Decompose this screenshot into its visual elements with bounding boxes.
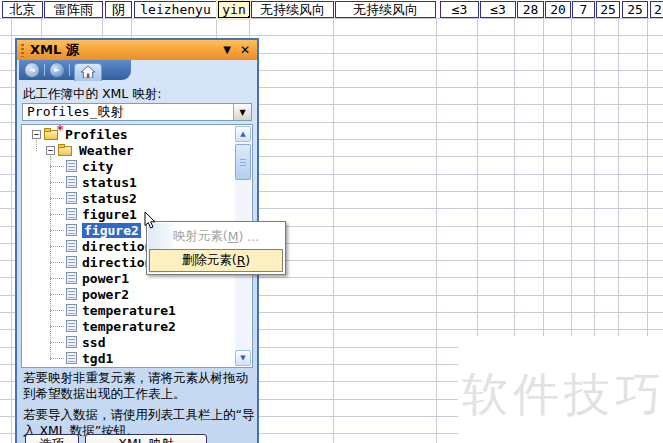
context-menu: 映射元素(M) ...删除元素(R) [146,221,286,275]
folder-icon: * [44,128,60,140]
toolbar-separator [69,64,70,76]
tree-connector [50,262,64,263]
xml-maps-button[interactable]: XML 映射 [85,434,207,443]
element-icon [66,208,77,220]
tree-connector [50,358,64,359]
mapped-cell[interactable]: 阴 [105,1,132,18]
tree-item-temperature2[interactable]: temperature2 [22,318,234,334]
forward-icon[interactable]: ► [49,62,65,78]
tree-connector [50,198,64,199]
element-icon [66,352,77,364]
tree-item-ssd[interactable]: ssd [22,334,234,350]
element-icon [66,176,77,188]
mapped-cell[interactable]: 25 [596,1,620,18]
tree-item-label: temperature1 [82,303,176,318]
xml-map-dropdown[interactable]: Profiles_映射 ▼ [22,103,252,121]
mapped-cell[interactable]: 20 [545,1,571,18]
folder-icon [58,144,74,156]
tree-connector [50,310,64,311]
tree-item-status1[interactable]: status1 [22,174,234,190]
tree-item-label: city [82,159,113,174]
mapped-cell[interactable]: leizhenyu [134,1,217,18]
element-icon [66,224,77,236]
tree-connector [50,278,64,279]
element-icon [66,336,77,348]
close-icon[interactable]: ✕ [240,45,250,55]
dropdown-arrow-icon[interactable]: ▼ [233,104,251,120]
mapped-cell[interactable]: 雷阵雨 [44,1,103,18]
element-icon [66,192,77,204]
tree-connector [50,230,64,231]
gridline [333,18,334,443]
tree-item-power2[interactable]: power2 [22,286,234,302]
mapped-cell[interactable]: 25 [622,1,648,18]
back-icon[interactable]: ◄ [24,62,40,78]
tree-item-label: Weather [79,143,134,158]
mapped-cell[interactable]: 7 [572,1,595,18]
collapse-icon[interactable]: − [32,130,41,139]
drag-grip-icon[interactable] [21,44,24,57]
excel-screenshot: { "sheet": { "row1_cells": [ {"text":"北京… [0,0,663,443]
scrollbar-thumb[interactable] [235,144,251,180]
tree-connector [50,166,64,167]
active-cell[interactable]: yin [218,1,250,18]
element-icon [66,160,77,172]
menu-item-label: 映射元素( [173,228,228,245]
tree-item-label: ssd [82,335,105,350]
pane-menu-chevron-icon[interactable]: ▼ [223,45,231,55]
scroll-up-icon[interactable]: ▲ [235,126,251,142]
mapped-cell[interactable]: 28 [517,1,544,18]
home-icon [81,66,95,78]
tree-item-status2[interactable]: status2 [22,190,234,206]
tree-item-tgd1[interactable]: tgd1 [22,350,234,366]
tree-item-Profiles[interactable]: −*Profiles [22,126,234,142]
tree-item-Weather[interactable]: −Weather [22,142,234,158]
mapped-cell[interactable]: 无持续风向 [335,1,436,18]
hint-drag-elements: 若要映射非重复元素，请将元素从树拖动到希望数据出现的工作表上。 [23,370,255,402]
tree-item-label: status2 [82,191,137,206]
element-icon [66,272,77,284]
collapse-icon[interactable]: − [46,146,55,155]
element-icon [66,288,77,300]
mapped-cell[interactable]: 无持续风向 [251,1,334,18]
options-button[interactable]: 选项 [25,434,79,443]
element-icon [66,304,77,316]
mapped-cell[interactable]: ≤3 [480,1,516,18]
scroll-down-icon[interactable]: ▼ [235,350,251,366]
tree-item-label: tgd1 [82,351,113,366]
menu-item-label: ) [245,253,250,268]
tree-item-label: power1 [82,271,129,286]
tree-item-label: temperature2 [82,319,176,334]
menu-item-label: M [228,229,239,244]
home-button[interactable] [74,63,102,81]
tree-connector [50,214,64,215]
tree-item-label: Profiles [65,127,128,142]
menu-item-delete-element[interactable]: 删除元素(R) [149,249,283,272]
xml-map-dropdown-value: Profiles_映射 [23,104,233,120]
menu-item-label: R [237,253,246,268]
tree-item-label: power2 [82,287,129,302]
tree-connector [50,246,64,247]
tree-item-figure1[interactable]: figure1 [22,206,234,222]
menu-item-label: 删除元素( [182,252,237,269]
element-icon [66,320,77,332]
gridline [11,18,12,443]
tree-connector [50,342,64,343]
mapped-cell[interactable]: 北京 [2,1,43,18]
tree-connector [50,294,64,295]
tree-item-label: figure2 [82,223,141,238]
menu-item-map-element[interactable]: 映射元素(M) ... [147,224,285,249]
workbook-maps-label: 此工作簿中的 XML 映射: [23,86,161,103]
task-pane-titlebar[interactable]: XML 源 ▼ ✕ [17,40,257,60]
mapped-cell[interactable]: ≤3 [440,1,479,18]
tree-connector [50,326,64,327]
tree-item-temperature1[interactable]: temperature1 [22,302,234,318]
mapped-cell[interactable]: 2 [650,1,663,18]
menu-item-label: ) ... [238,229,259,244]
watermark-text: 软件技巧 [462,364,663,426]
tree-item-label: status1 [82,175,137,190]
gridline [436,18,437,443]
tree-item-city[interactable]: city [22,158,234,174]
mouse-cursor [144,211,156,232]
toolbar-separator [44,64,45,76]
